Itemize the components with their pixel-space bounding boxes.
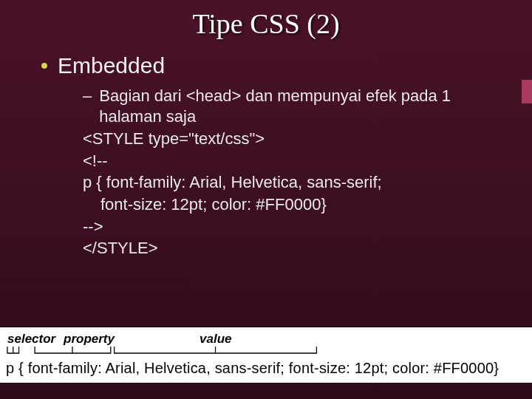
diagram-css-line: p { font-family: Arial, Helvetica, sans-… bbox=[6, 357, 526, 377]
sub-content: – Bagian dari <head> dan mempunyai efek … bbox=[41, 78, 504, 259]
code-line: --> bbox=[83, 217, 103, 236]
code-line: font-size: 12pt; color: #FF0000} bbox=[83, 194, 504, 216]
bullet-item: Embedded bbox=[41, 53, 504, 78]
code-block: <STYLE type="text/css"> <!-- p { font-fa… bbox=[83, 126, 504, 259]
sub-desc: Bagian dari <head> dan mempunyai efek pa… bbox=[99, 86, 504, 126]
label-selector: selector bbox=[7, 332, 55, 347]
diagram-labels: selector property value bbox=[6, 332, 526, 357]
code-line: <!-- bbox=[83, 151, 108, 170]
label-value: value bbox=[200, 332, 231, 347]
code-line: p { font-family: Arial, Helvetica, sans-… bbox=[83, 173, 382, 191]
bracket-lines-icon bbox=[6, 347, 526, 360]
accent-bar bbox=[522, 80, 532, 103]
slide-title: Tipe CSS (2) bbox=[0, 0, 532, 40]
dash-icon: – bbox=[83, 86, 92, 126]
bullet-text: Embedded bbox=[58, 53, 165, 78]
code-line: </STYLE> bbox=[83, 239, 158, 257]
slide-body: Embedded – Bagian dari <head> dan mempun… bbox=[0, 40, 532, 259]
label-property: property bbox=[64, 332, 115, 347]
sub-bullet: – Bagian dari <head> dan mempunyai efek … bbox=[83, 86, 504, 126]
code-line: <STYLE type="text/css"> bbox=[83, 129, 265, 148]
bullet-dot-icon bbox=[41, 63, 47, 69]
css-anatomy-diagram: selector property value p { font-family:… bbox=[0, 327, 532, 383]
